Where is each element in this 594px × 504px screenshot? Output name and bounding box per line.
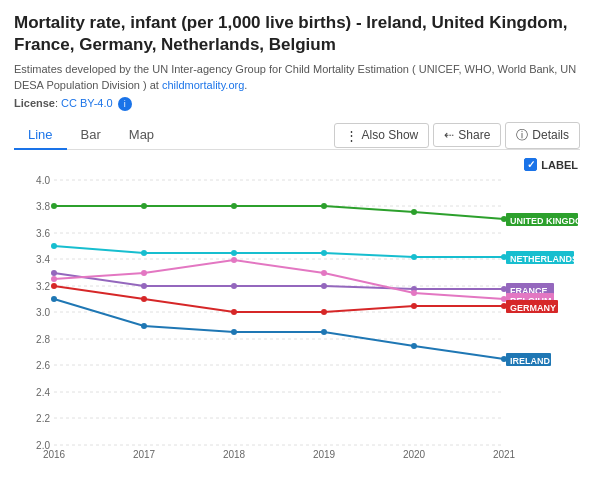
- dot-be-2016: [51, 276, 57, 282]
- also-show-icon: ⋮: [345, 128, 358, 143]
- tab-map[interactable]: Map: [115, 121, 168, 150]
- license-label: License: [14, 97, 55, 109]
- x-label-2017: 2017: [133, 449, 156, 460]
- info-icon: i: [118, 97, 132, 111]
- dot-uk-2017: [141, 203, 147, 209]
- x-label-2020: 2020: [403, 449, 426, 460]
- page-title: Mortality rate, infant (per 1,000 live b…: [14, 12, 580, 56]
- dot-fr-2018: [231, 283, 237, 289]
- childmortality-link[interactable]: childmortality.org: [162, 79, 244, 91]
- series-line-uk: [54, 206, 504, 219]
- checkbox-check: ✓: [527, 160, 535, 170]
- chart-area: ✓ LABEL .grid-line { stroke: #e0e0e0; st…: [14, 158, 580, 478]
- ie-label: IRELAND: [510, 356, 550, 366]
- dot-nl-2018: [231, 250, 237, 256]
- dot-de-2019: [321, 309, 327, 315]
- dot-de-2017: [141, 296, 147, 302]
- uk-label: UNITED KINGDOM: [510, 216, 580, 226]
- dot-uk-2018: [231, 203, 237, 209]
- share-button[interactable]: ⇠ Share: [433, 123, 501, 147]
- y-label-40: 4.0: [36, 175, 50, 186]
- dot-uk-2020: [411, 209, 417, 215]
- chart-svg: .grid-line { stroke: #e0e0e0; stroke-wid…: [14, 175, 580, 460]
- details-icon: ⓘ: [516, 127, 528, 144]
- page-container: Mortality rate, infant (per 1,000 live b…: [0, 0, 594, 488]
- y-label-38: 3.8: [36, 201, 50, 212]
- de-label: GERMANY: [510, 303, 556, 313]
- x-label-2019: 2019: [313, 449, 336, 460]
- series-line-be: [54, 260, 504, 299]
- dot-uk-2019: [321, 203, 327, 209]
- y-label-30: 3.0: [36, 307, 50, 318]
- dot-ie-2020: [411, 343, 417, 349]
- dot-nl-2019: [321, 250, 327, 256]
- toolbar: Line Bar Map ⋮ Also Show ⇠ Share ⓘ Detai…: [14, 121, 580, 150]
- label-toggle[interactable]: ✓ LABEL: [524, 158, 578, 171]
- dot-nl-2017: [141, 250, 147, 256]
- y-label-22: 2.2: [36, 413, 50, 424]
- share-icon: ⇠: [444, 128, 454, 142]
- also-show-label: Also Show: [362, 128, 419, 142]
- dot-ie-2019: [321, 329, 327, 335]
- share-label: Share: [458, 128, 490, 142]
- dot-nl-2020: [411, 254, 417, 260]
- subtitle: Estimates developed by the UN Inter-agen…: [14, 62, 580, 93]
- toolbar-right: ⋮ Also Show ⇠ Share ⓘ Details: [334, 122, 580, 149]
- label-checkbox-text: LABEL: [541, 159, 578, 171]
- also-show-button[interactable]: ⋮ Also Show: [334, 123, 430, 148]
- dot-be-2019: [321, 270, 327, 276]
- dot-ie-2018: [231, 329, 237, 335]
- dot-uk-2016: [51, 203, 57, 209]
- x-label-2018: 2018: [223, 449, 246, 460]
- dot-fr-2019: [321, 283, 327, 289]
- dot-be-2018: [231, 257, 237, 263]
- dot-de-2018: [231, 309, 237, 315]
- dot-de-2020: [411, 303, 417, 309]
- dot-de-2016: [51, 283, 57, 289]
- chart-svg-container: .grid-line { stroke: #e0e0e0; stroke-wid…: [14, 175, 580, 465]
- checkbox-box[interactable]: ✓: [524, 158, 537, 171]
- dot-ie-2017: [141, 323, 147, 329]
- y-label-28: 2.8: [36, 334, 50, 345]
- y-label-34: 3.4: [36, 254, 50, 265]
- dot-fr-2016: [51, 270, 57, 276]
- dot-be-2017: [141, 270, 147, 276]
- dot-nl-2016: [51, 243, 57, 249]
- license-row: License: CC BY-4.0 i: [14, 97, 580, 111]
- y-label-24: 2.4: [36, 387, 50, 398]
- dot-ie-2016: [51, 296, 57, 302]
- dot-fr-2017: [141, 283, 147, 289]
- details-button[interactable]: ⓘ Details: [505, 122, 580, 149]
- tab-bar[interactable]: Bar: [67, 121, 115, 150]
- y-label-26: 2.6: [36, 360, 50, 371]
- nl-label: NETHERLANDS: [510, 254, 578, 264]
- dot-be-2020: [411, 290, 417, 296]
- series-line-nl: [54, 246, 504, 257]
- y-label-32: 3.2: [36, 281, 50, 292]
- x-label-2021: 2021: [493, 449, 516, 460]
- series-line-ie: [54, 299, 504, 359]
- tab-group: Line Bar Map: [14, 121, 334, 149]
- tab-line[interactable]: Line: [14, 121, 67, 150]
- x-label-2016: 2016: [43, 449, 66, 460]
- y-label-36: 3.6: [36, 228, 50, 239]
- details-label: Details: [532, 128, 569, 142]
- label-checkbox-row: ✓ LABEL: [14, 158, 580, 171]
- license-link[interactable]: CC BY-4.0: [61, 97, 113, 109]
